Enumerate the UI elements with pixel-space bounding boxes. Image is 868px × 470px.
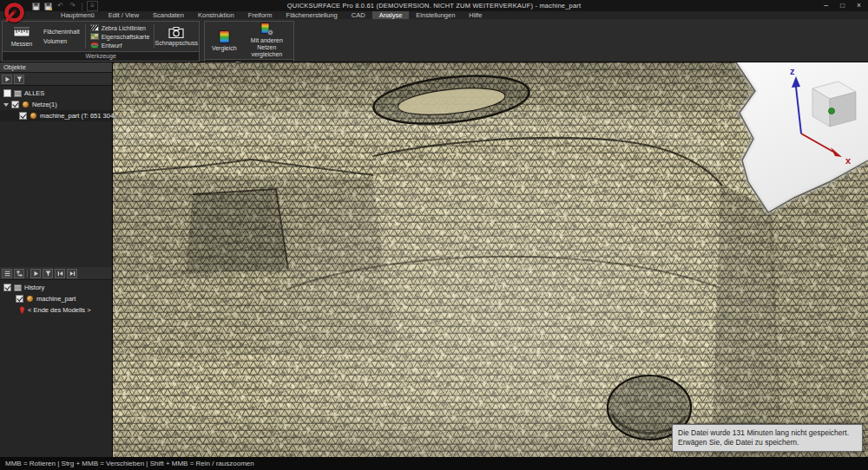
app-logo-icon — [3, 1, 26, 24]
zebra-lichtlinien-button[interactable]: Zebra Lichtlinien — [90, 24, 150, 31]
chevron-down-icon[interactable] — [3, 103, 9, 107]
flaecheninhalt-button[interactable]: Flächeninhalt — [43, 29, 80, 35]
history-step-back-button[interactable] — [55, 269, 65, 278]
notification-line-1: Die Datei wurde 131 Minuten lang nicht g… — [678, 428, 857, 438]
restore-button[interactable]: □ — [840, 0, 845, 11]
checkbox[interactable] — [11, 101, 19, 108]
ruler-icon — [13, 27, 30, 39]
group-separator — [85, 24, 86, 49]
save-icon — [32, 3, 40, 10]
menu-konstruktion[interactable]: Konstruktion — [191, 11, 241, 19]
menu-hilfe[interactable]: Hilfe — [462, 11, 489, 19]
save-as-icon — [44, 3, 52, 10]
objects-play-button[interactable] — [2, 75, 12, 84]
mouse-hints: MMB = Rotieren | Strg + MMB = Verschiebe… — [5, 460, 254, 467]
entwurf-button[interactable]: Entwurf — [90, 42, 150, 49]
filter-icon — [45, 271, 51, 277]
ribbon: Messen Flächeninhalt Volumen Zebra Licht… — [0, 19, 868, 62]
draft-angle-icon — [90, 42, 99, 49]
compare-meshes-gear-icon — [260, 23, 273, 36]
tree-view-icon — [16, 271, 23, 277]
menu-analyse[interactable]: Analyse — [372, 11, 410, 19]
tree-item-netze[interactable]: Netze(1) — [0, 99, 112, 110]
tree-item-machine-part[interactable]: machine_part (T: 651 304) — [0, 110, 112, 121]
objects-tree: ALLES Netze(1) machine_part (T: 651 304) — [0, 86, 112, 121]
redo-icon: ↷ — [69, 2, 76, 10]
color-map-icon — [90, 33, 99, 40]
menu-bar: Hauptmenü Edit / View Scandaten Konstruk… — [0, 11, 868, 19]
vergleich-button[interactable]: Vergleich — [207, 23, 241, 58]
viewport-3d[interactable]: z x Die Datei wurde 131 Minuten lang nic… — [113, 62, 868, 457]
menu-icon: ≡ — [90, 2, 95, 10]
mesh-icon — [22, 101, 30, 108]
mesh-render: z x — [113, 62, 868, 457]
checkbox[interactable] — [19, 112, 27, 120]
step-back-icon — [57, 271, 63, 277]
step-forward-icon — [69, 271, 76, 277]
tree-item-history[interactable]: History — [0, 282, 112, 293]
history-play-button[interactable] — [30, 269, 41, 278]
history-filter-button[interactable] — [43, 269, 53, 278]
history-list-button[interactable] — [2, 269, 12, 278]
window-controls: – □ × — [824, 0, 861, 11]
menu-hauptmenu[interactable]: Hauptmenü — [54, 11, 102, 19]
menu-freiform[interactable]: Freiform — [241, 11, 279, 19]
sidebar-spacer — [0, 121, 112, 267]
filter-icon — [16, 76, 23, 82]
toolbar-separator — [82, 3, 82, 10]
tree-item-alles[interactable]: ALLES — [0, 88, 112, 99]
end-marker-icon — [19, 306, 25, 315]
play-icon — [33, 271, 39, 277]
camera-icon — [168, 27, 184, 38]
history-step-forward-button[interactable] — [67, 269, 77, 278]
compare-colormap-icon — [219, 30, 230, 43]
axis-z-label: z — [790, 66, 795, 76]
objects-panel-header: Objekte — [0, 62, 112, 73]
messen-button[interactable]: Messen — [4, 23, 39, 50]
ribbon-group-werkzeuge: Messen Flächeninhalt Volumen Zebra Licht… — [2, 21, 200, 62]
toolbar-separator — [27, 270, 28, 277]
menu-cad[interactable]: CAD — [345, 11, 372, 19]
eigenschaftskarte-button[interactable]: Eigenschaftskarte — [90, 33, 150, 40]
menu-flaechenerstellung[interactable]: Flächenerstellung — [279, 11, 345, 19]
quick-access-menu-button[interactable]: ≡ — [87, 1, 98, 11]
title-bar: QUICKSURFACE Pro 8.0.61 (DEMOVERSION. NI… — [0, 0, 868, 11]
undo-icon: ↶ — [57, 2, 63, 10]
save-button[interactable] — [31, 2, 41, 10]
history-tree-button[interactable] — [14, 269, 24, 278]
volumen-button[interactable]: Volumen — [43, 38, 80, 44]
history-tree: History machine_part < Ende des Modells … — [0, 280, 112, 316]
status-bar: MMB = Rotieren | Strg + MMB = Verschiebe… — [0, 457, 868, 470]
history-icon — [14, 284, 22, 291]
zebra-stripes-icon — [90, 24, 99, 31]
ribbon-group-label-werkzeuge: Werkzeuge — [3, 51, 199, 61]
axis-x-label: x — [845, 155, 852, 166]
notification-line-2: Erwägen Sie, die Datei zu speichern. — [678, 438, 857, 447]
menu-einstellungen[interactable]: Einstellungen — [409, 11, 462, 19]
quick-access-toolbar: ↶ ↷ ≡ — [31, 2, 98, 10]
sidebar: Objekte ALLES Netze(1) — [0, 62, 113, 457]
history-panel-toolbar — [0, 267, 112, 280]
tree-item-history-machine-part[interactable]: machine_part — [0, 293, 112, 304]
close-button[interactable]: × — [857, 0, 861, 11]
objects-panel-toolbar — [0, 73, 112, 86]
list-icon — [4, 271, 10, 277]
window-title: QUICKSURFACE Pro 8.0.61 (DEMOVERSION. NI… — [0, 0, 868, 11]
menu-scandaten[interactable]: Scandaten — [146, 11, 191, 19]
play-icon — [4, 76, 10, 82]
mesh-icon — [26, 295, 34, 303]
mit-anderen-netzen-vergleichen-button[interactable]: Mit anderen Netzen vergleichen — [241, 23, 292, 58]
undo-button[interactable]: ↶ — [56, 2, 65, 10]
redo-button[interactable]: ↷ — [68, 2, 77, 10]
schnappschuss-button[interactable]: Schnappschuss — [155, 23, 197, 50]
menu-edit-view[interactable]: Edit / View — [102, 11, 146, 19]
autosave-notification[interactable]: Die Datei wurde 131 Minuten lang nicht g… — [672, 424, 863, 452]
checkbox[interactable] — [3, 89, 11, 97]
checkbox[interactable] — [3, 284, 11, 291]
minimize-button[interactable]: – — [824, 0, 828, 11]
checkbox[interactable] — [16, 295, 23, 303]
tree-item-end-of-model[interactable]: < Ende des Modells > — [0, 304, 112, 316]
save-as-button[interactable] — [43, 2, 53, 10]
objects-filter-button[interactable] — [14, 75, 24, 84]
ribbon-group-steuerung: Vergleich Mit anderen Netzen vergleichen… — [204, 21, 294, 62]
